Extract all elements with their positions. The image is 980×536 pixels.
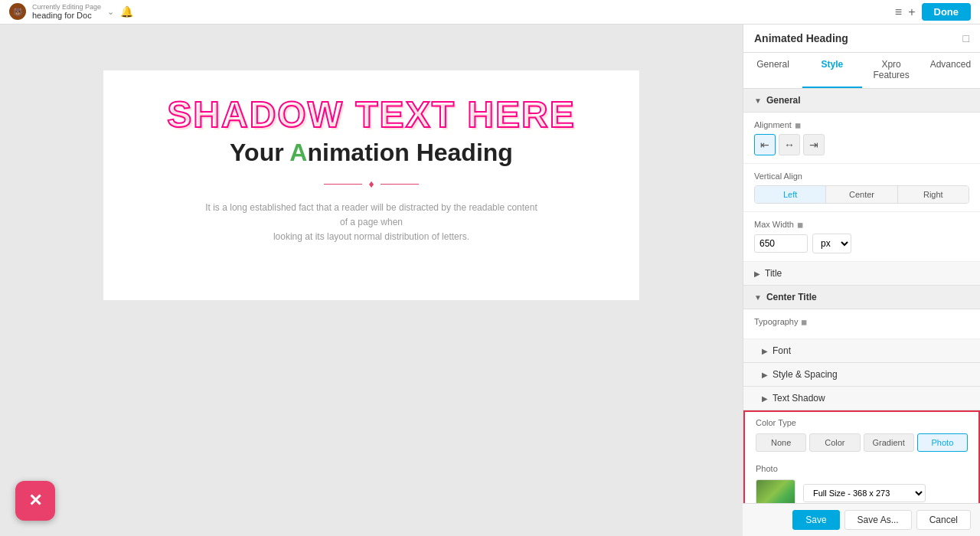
avatar: 🐻 bbox=[9, 3, 26, 20]
tab-general[interactable]: General bbox=[743, 53, 802, 88]
max-width-input[interactable] bbox=[754, 234, 808, 253]
caret-right-icon-4: ▶ bbox=[762, 394, 768, 403]
photo-label: Photo bbox=[756, 464, 968, 473]
chevron-down-icon[interactable]: ⌄ bbox=[107, 7, 114, 17]
unit-select[interactable]: px % em bbox=[812, 234, 851, 253]
max-width-row: px % em bbox=[754, 234, 969, 253]
canvas-area: SHADOW TEXT HERE Your Animation Heading … bbox=[0, 25, 743, 536]
cancel-button[interactable]: Cancel bbox=[916, 510, 971, 530]
title-section-label: Title bbox=[765, 268, 782, 279]
top-bar: 🐻 Currently Editing Page heading for Doc… bbox=[0, 0, 980, 25]
typography-content: Typography ◼ bbox=[743, 309, 980, 339]
color-type-none-button[interactable]: None bbox=[756, 433, 806, 452]
style-spacing-label: Style & Spacing bbox=[773, 369, 838, 380]
editing-label: Currently Editing Page bbox=[32, 3, 101, 11]
align-right-button[interactable]: ⇥ bbox=[803, 134, 825, 155]
text-shadow-label: Text Shadow bbox=[773, 393, 825, 404]
align-left-button[interactable]: ⇤ bbox=[754, 134, 776, 155]
vertical-align-content: Vertical Align Left Center Right bbox=[743, 164, 980, 212]
caret-right-icon: ▶ bbox=[754, 270, 760, 278]
responsive-icon: ◼ bbox=[795, 121, 801, 129]
color-type-gradient-button[interactable]: Gradient bbox=[864, 433, 914, 452]
color-type-label: Color Type bbox=[756, 418, 968, 427]
page-info: Currently Editing Page heading for Doc bbox=[32, 3, 101, 21]
panel-title: Animated Heading bbox=[754, 32, 848, 44]
title-section-header[interactable]: ▶ Title bbox=[743, 262, 980, 286]
right-panel: Animated Heading □ General Style Xpro Fe… bbox=[743, 25, 980, 536]
tab-style[interactable]: Style bbox=[802, 53, 861, 88]
center-title-section-header[interactable]: ▼ Center Title bbox=[743, 286, 980, 309]
menu-icon-button[interactable]: ≡ bbox=[895, 5, 902, 19]
panel-header: Animated Heading □ bbox=[743, 25, 980, 53]
font-section-label: Font bbox=[773, 345, 791, 356]
caret-down-icon-2: ▼ bbox=[754, 293, 762, 302]
responsive-icon-2: ◼ bbox=[797, 221, 803, 229]
panel-body[interactable]: ▼ General Alignment ◼ ⇤ ↔ ⇥ Vertical Ali… bbox=[743, 89, 980, 536]
tab-xpro[interactable]: Xpro Features bbox=[862, 53, 921, 88]
color-type-color-button[interactable]: Color bbox=[809, 433, 860, 452]
save-button[interactable]: Save bbox=[792, 510, 839, 530]
main-layout: SHADOW TEXT HERE Your Animation Heading … bbox=[0, 25, 980, 536]
caret-down-icon: ▼ bbox=[754, 96, 762, 105]
save-as-button[interactable]: Save As... bbox=[844, 510, 912, 530]
top-bar-right: ≡ + Done bbox=[895, 3, 971, 21]
panel-tabs: General Style Xpro Features Advanced bbox=[743, 53, 980, 89]
color-type-photo-button[interactable]: Photo bbox=[917, 433, 968, 452]
anim-letter-a: A bbox=[289, 139, 307, 166]
bell-icon[interactable]: 🔔 bbox=[120, 5, 133, 18]
vert-align-right-button[interactable]: Right bbox=[898, 186, 969, 203]
color-type-header: Color Type None Color Gradient Photo bbox=[745, 412, 978, 458]
general-section-label: General bbox=[766, 95, 801, 106]
vert-align-center-button[interactable]: Center bbox=[826, 186, 897, 203]
shadow-text: SHADOW TEXT HERE bbox=[167, 93, 575, 136]
tab-advanced[interactable]: Advanced bbox=[921, 53, 980, 88]
top-bar-left: 🐻 Currently Editing Page heading for Doc… bbox=[9, 3, 133, 21]
align-center-button[interactable]: ↔ bbox=[779, 134, 800, 155]
diamond-icon: ♦ bbox=[368, 178, 374, 190]
general-section-content: Alignment ◼ ⇤ ↔ ⇥ bbox=[743, 113, 980, 164]
general-section-header[interactable]: ▼ General bbox=[743, 89, 980, 113]
panel-collapse-button[interactable]: □ bbox=[963, 32, 969, 44]
vertical-align-label: Vertical Align bbox=[754, 172, 969, 181]
close-x-button[interactable]: ✕ bbox=[15, 481, 55, 521]
center-title-label: Center Title bbox=[766, 292, 817, 302]
text-shadow-header[interactable]: ▶ Text Shadow bbox=[743, 387, 980, 410]
font-section-header[interactable]: ▶ Font bbox=[743, 339, 980, 363]
animation-heading: Your Animation Heading bbox=[230, 139, 513, 167]
body-text: It is a long established fact that a rea… bbox=[203, 201, 540, 245]
typography-label: Typography ◼ bbox=[754, 317, 969, 326]
alignment-buttons: ⇤ ↔ ⇥ bbox=[754, 134, 969, 155]
color-type-buttons: None Color Gradient Photo bbox=[756, 433, 968, 452]
photo-size-select[interactable]: Full Size - 368 x 273 Large Medium Thumb… bbox=[803, 484, 926, 502]
bottom-bar: Save Save As... Cancel bbox=[743, 503, 980, 536]
max-width-content: Max Width ◼ px % em bbox=[743, 212, 980, 262]
page-name: heading for Doc bbox=[32, 11, 101, 21]
responsive-icon-3: ◼ bbox=[801, 318, 807, 326]
max-width-label: Max Width ◼ bbox=[754, 220, 969, 229]
vert-align-left-button[interactable]: Left bbox=[755, 186, 826, 203]
caret-right-icon-2: ▶ bbox=[762, 347, 768, 355]
divider-line-left bbox=[324, 184, 362, 185]
style-spacing-header[interactable]: ▶ Style & Spacing bbox=[743, 363, 980, 387]
alignment-label: Alignment ◼ bbox=[754, 120, 969, 129]
canvas-content: SHADOW TEXT HERE Your Animation Heading … bbox=[103, 70, 639, 300]
divider-ornament: ♦ bbox=[324, 178, 418, 190]
vertical-align-buttons: Left Center Right bbox=[754, 185, 969, 204]
divider-line-right bbox=[381, 184, 419, 185]
caret-right-icon-3: ▶ bbox=[762, 371, 768, 379]
add-icon-button[interactable]: + bbox=[908, 5, 915, 19]
done-button[interactable]: Done bbox=[922, 3, 972, 21]
